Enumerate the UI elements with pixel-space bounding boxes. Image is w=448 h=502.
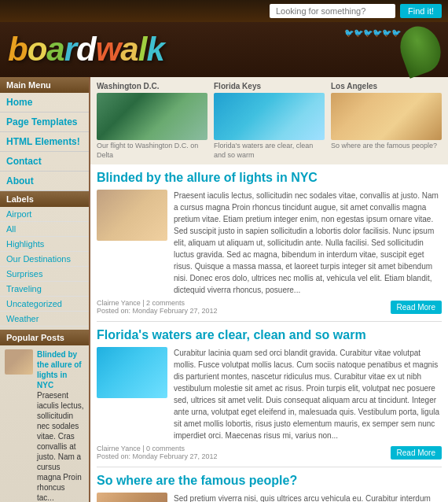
post-1-comments[interactable]: 2 comments [146,299,185,307]
popular-post-text-1: Blinded by the allure of lights in NYC P… [37,349,84,502]
post-1-author[interactable]: Clairne Yance [97,299,141,307]
label-uncategorized[interactable]: Uncategorized [0,297,89,312]
post-2-date: Posted on: Monday February 27, 2012 [97,452,218,460]
find-button[interactable]: Find it! [400,4,442,18]
featured-location-dc: Washington D.C. [97,82,207,90]
label-traveling[interactable]: Traveling [0,282,89,297]
post-2-meta: Clairne Yance | 0 comments Posted on: Mo… [97,445,442,460]
label-weather[interactable]: Weather [0,312,89,327]
popular-post-1[interactable]: Blinded by the allure of lights in NYC P… [0,345,89,502]
post-1-meta-info: Clairne Yance | 2 comments Posted on: Mo… [97,299,218,315]
featured-img-la [331,93,442,140]
featured-item-florida[interactable]: Florida Keys Florida's waters are clear,… [214,82,325,160]
header: Find it! [0,0,448,22]
labels-title: Labels [0,191,89,207]
post-2-comments[interactable]: 0 comments [146,445,185,452]
post-3-text: Sed pretium viverra nisi, quis ultrices … [174,493,442,502]
featured-location-florida: Florida Keys [214,82,325,90]
featured-caption-florida: Florida's waters are clear, clean and so… [214,142,325,160]
post-1-image [97,190,167,241]
featured-caption-la: So where are the famous people? [331,142,442,151]
featured-img-dc [97,93,207,140]
label-airport[interactable]: Airport [0,207,89,222]
post-1-meta: Clairne Yance | 2 comments Posted on: Mo… [97,299,442,315]
logo-bar: boardwalk 🐦🐦🐦🐦🐦🐦 [0,22,448,77]
post-3-content: Sed pretium viverra nisi, quis ultrices … [97,493,442,502]
post-2-meta-info: Clairne Yance | 0 comments Posted on: Mo… [97,445,218,460]
sidebar-item-about[interactable]: About [0,172,89,191]
post-2-title[interactable]: Florida's waters are clear, clean and so… [97,328,442,342]
post-2-read-more[interactable]: Read More [391,446,442,460]
main-layout: Main Menu Home Page Templates HTML Eleme… [0,77,448,502]
popular-post-thumb-1 [5,349,33,375]
post-1-date: Posted on: Monday February 27, 2012 [97,307,218,315]
featured-item-dc[interactable]: Washington D.C. Our flight to Washington… [97,82,207,160]
logo: boardwalk [8,31,164,68]
label-all[interactable]: All [0,222,89,237]
birds-decoration: 🐦🐦🐦🐦🐦🐦 [344,28,401,37]
post-2-text: Curabitur lacinia quam sed orci blandit … [174,347,442,441]
post-3-image [97,493,167,502]
leaf-decoration [401,22,440,77]
post-3: So where are the famous people? Sed pret… [97,467,442,502]
post-3-title[interactable]: So where are the famous people? [97,474,442,488]
blog-posts: Blinded by the allure of lights in NYC P… [90,164,448,502]
featured-strip: Washington D.C. Our flight to Washington… [90,77,448,164]
search-input[interactable] [270,4,395,18]
sidebar-item-html-elements[interactable]: HTML Elements! [0,132,89,152]
post-1: Blinded by the allure of lights in NYC P… [97,164,442,322]
main-menu-title: Main Menu [0,77,89,93]
featured-location-la: Los Angeles [331,82,442,90]
post-1-read-more[interactable]: Read More [391,301,442,314]
post-2-content: Curabitur lacinia quam sed orci blandit … [97,347,442,441]
post-2-image [97,347,167,398]
label-destinations[interactable]: Our Destinations [0,252,89,267]
featured-caption-dc: Our flight to Washington D.C. on Delta [97,142,207,160]
sidebar-item-home[interactable]: Home [0,93,89,113]
post-2-author[interactable]: Clairne Yance [97,445,141,452]
popular-posts-title: Popular Posts [0,330,89,345]
featured-img-florida [214,93,325,140]
post-1-title[interactable]: Blinded by the allure of lights in NYC [97,171,442,185]
sidebar-item-contact[interactable]: Contact [0,152,89,172]
post-1-text: Praesent iaculis lectus, sollicitudin ne… [174,190,442,296]
post-2: Florida's waters are clear, clean and so… [97,322,442,467]
content-area: Washington D.C. Our flight to Washington… [90,77,448,502]
label-surprises[interactable]: Surprises [0,267,89,282]
sidebar-item-page-templates[interactable]: Page Templates [0,113,89,132]
label-highlights[interactable]: Highlights [0,237,89,252]
post-1-content: Praesent iaculis lectus, sollicitudin ne… [97,190,442,296]
featured-item-la[interactable]: Los Angeles So where are the famous peop… [331,82,442,160]
sidebar: Main Menu Home Page Templates HTML Eleme… [0,77,90,502]
